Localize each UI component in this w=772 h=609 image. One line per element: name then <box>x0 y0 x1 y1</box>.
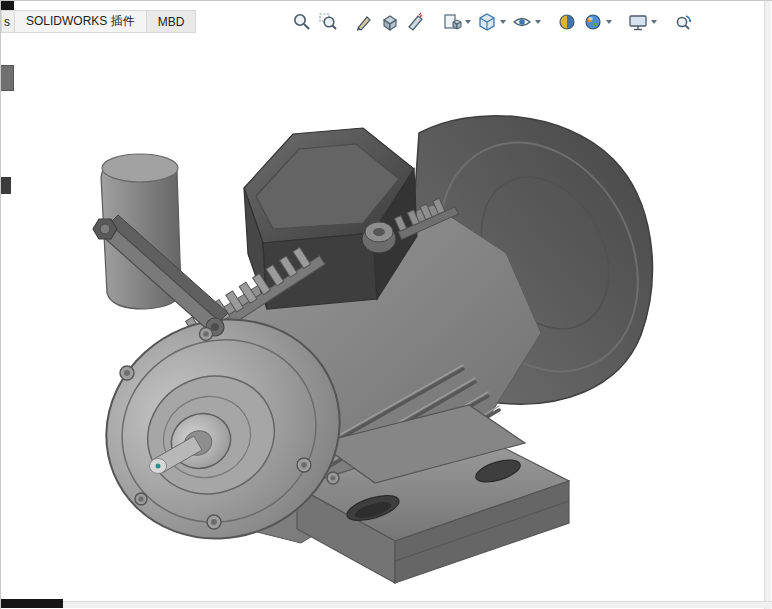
tab-solidworks-addins[interactable]: SOLIDWORKS 插件 <box>15 10 147 33</box>
tab-mbd[interactable]: MBD <box>147 10 197 33</box>
3d-drawing-view-icon <box>380 12 400 32</box>
hide-show-items-dropdown-arrow[interactable] <box>535 20 541 24</box>
toolbar-separator <box>660 21 669 22</box>
top-chrome: s SOLIDWORKS 插件 MBD <box>1 1 772 41</box>
annotation-tool-button[interactable] <box>351 9 376 34</box>
3d-drawing-view-button[interactable] <box>377 9 402 34</box>
annotation-tool-icon <box>354 12 374 32</box>
hide-show-items-icon <box>512 12 532 32</box>
heads-up-view-toolbar <box>289 9 695 34</box>
view-orientation-button[interactable] <box>439 9 464 34</box>
hide-show-items-button[interactable] <box>509 9 534 34</box>
command-manager-tabs: s SOLIDWORKS 插件 MBD <box>1 10 196 33</box>
view-settings-icon <box>628 12 648 32</box>
ui-fragment-left-upper <box>1 65 14 91</box>
display-style-dropdown-arrow[interactable] <box>500 20 506 24</box>
right-edge-strip <box>764 1 771 609</box>
ui-fragment-bottomleft <box>1 599 63 608</box>
section-view-icon <box>406 12 426 32</box>
toolbar-separator <box>429 21 438 22</box>
rotate-view-icon <box>673 12 693 32</box>
apply-scene-icon <box>583 12 603 32</box>
shaft-center-mark <box>156 464 161 469</box>
cable-gland[interactable] <box>362 222 396 253</box>
toolbar-separator <box>544 21 553 22</box>
view-settings-dropdown-arrow[interactable] <box>651 20 657 24</box>
toolbar-separator <box>341 21 350 22</box>
zoom-to-fit-button[interactable] <box>289 9 314 34</box>
ui-fragment-left-lower <box>1 177 11 194</box>
zoom-to-area-icon <box>318 12 338 32</box>
rotate-view-button[interactable] <box>670 9 695 34</box>
solidworks-window: s SOLIDWORKS 插件 MBD <box>0 0 772 609</box>
edit-appearance-button[interactable] <box>554 9 579 34</box>
edit-appearance-icon <box>557 12 577 32</box>
motor-3d-model[interactable] <box>1 1 772 609</box>
display-style-button[interactable] <box>474 9 499 34</box>
display-style-icon <box>477 12 497 32</box>
view-settings-button[interactable] <box>625 9 650 34</box>
apply-scene-dropdown-arrow[interactable] <box>606 20 612 24</box>
graphics-viewport[interactable] <box>1 1 772 609</box>
zoom-to-fit-icon <box>292 12 312 32</box>
bottom-edge-strip <box>1 601 772 608</box>
zoom-to-area-button[interactable] <box>315 9 340 34</box>
view-orientation-dropdown-arrow[interactable] <box>465 20 471 24</box>
toolbar-separator <box>615 21 624 22</box>
tab-partial-left[interactable]: s <box>1 10 15 33</box>
view-orientation-icon <box>442 12 462 32</box>
apply-scene-button[interactable] <box>580 9 605 34</box>
section-view-button[interactable] <box>403 9 428 34</box>
